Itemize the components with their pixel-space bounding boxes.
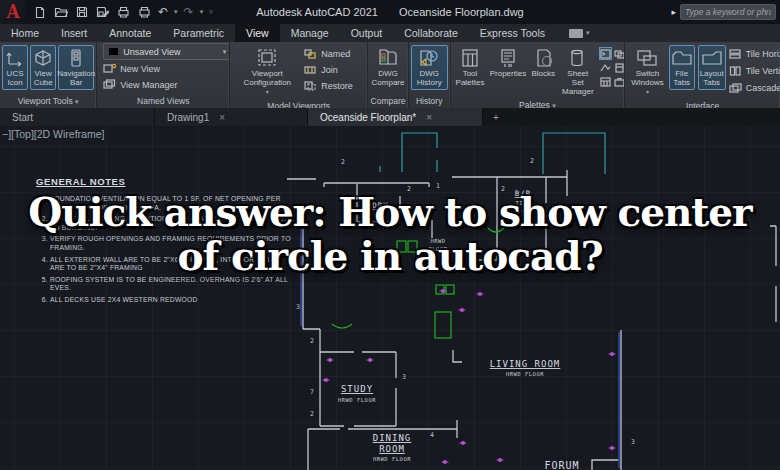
join-viewports-button[interactable]: Join	[304, 62, 353, 77]
floorplan-drawing: B/R TILE FLOOR LNDRY HRWD FLOOR STUDY HR…	[280, 126, 780, 470]
restore-viewports-icon	[304, 81, 317, 91]
autocad-app-menu-button[interactable]: A	[0, 0, 26, 24]
tab-collaborate[interactable]: Collaborate	[393, 24, 469, 42]
drawing-canvas[interactable]: −][Top][2D Wireframe] GENERAL NOTES FOUN…	[0, 126, 780, 470]
navigation-bar-button[interactable]: Navigation Bar	[58, 45, 94, 90]
sheet-set-manager-button[interactable]: Sheet Set Manager	[560, 45, 596, 99]
navigation-bar-icon	[65, 48, 87, 68]
file-tab-drawing1[interactable]: Drawing1×	[155, 108, 308, 126]
switch-windows-button[interactable]: Switch Windows▾	[629, 45, 665, 100]
panel-viewport-tools: UCS Icon View Cube Navigation Bar Viewpo…	[0, 42, 97, 108]
view-manager-button[interactable]: View Manager	[103, 77, 177, 92]
dwg-history-button[interactable]: DWG History	[411, 45, 448, 90]
room-floor-study: HRWD FLOOR	[338, 397, 376, 403]
dwg-compare-button[interactable]: DWG Compare	[370, 45, 407, 90]
plot-icon[interactable]	[116, 5, 131, 19]
blocks-palette-button[interactable]: Blocks	[529, 45, 557, 81]
file-tabs-icon	[671, 48, 693, 68]
tab-view[interactable]: View	[235, 24, 280, 42]
layout-tabs-icon	[701, 48, 723, 68]
note-item: ALL DECKS USE 2X4 WESTERN REDWOOD	[50, 296, 294, 305]
ucs-icon-button[interactable]: UCS Icon	[2, 45, 28, 90]
chevron-down-icon: ▾	[586, 29, 590, 37]
blocks-icon	[532, 48, 554, 68]
restore-viewports-button[interactable]: Restore	[304, 78, 353, 93]
help-search-input[interactable]	[680, 4, 776, 20]
countboard-palette-icon[interactable]	[599, 75, 612, 88]
qat-customize-icon[interactable]: ▿	[209, 8, 213, 16]
tab-manage[interactable]: Manage	[280, 24, 340, 42]
open-folder-icon[interactable]	[53, 5, 68, 19]
new-drawing-tab-button[interactable]: +	[483, 108, 509, 126]
viewport-controls-label[interactable]: −][Top][2D Wireframe]	[2, 128, 104, 140]
tab-express-tools[interactable]: Express Tools	[469, 24, 556, 42]
svg-text:7: 7	[310, 388, 314, 396]
properties-icon	[497, 48, 519, 68]
layer-palette-icon[interactable]	[613, 47, 626, 60]
overlay-line1: Quick answer: How to show center	[0, 190, 780, 234]
ribbon: UCS Icon View Cube Navigation Bar Viewpo…	[0, 42, 780, 108]
tab-parametric[interactable]: Parametric	[162, 24, 235, 42]
view-cube-button[interactable]: View Cube	[30, 45, 56, 90]
layout-tabs-toggle[interactable]: Layout Tabs	[698, 45, 726, 90]
tab-insert[interactable]: Insert	[50, 24, 98, 42]
undo-dropdown-icon[interactable]: ▾	[174, 8, 178, 16]
named-viewports-button[interactable]: Named	[304, 46, 353, 61]
markup-palette-icon[interactable]	[599, 61, 612, 74]
tile-vertically-icon	[729, 66, 742, 76]
workspace-switcher-button[interactable]: ▾	[564, 24, 595, 42]
file-tab-bar: Start Drawing1× Oceanside Floorplan*× +	[0, 108, 780, 126]
close-icon[interactable]: ×	[426, 112, 432, 123]
view-icon	[108, 47, 119, 56]
room-floor-living: HRWD FLOOR	[506, 371, 544, 377]
room-label-study: STUDY	[341, 384, 373, 394]
cube-icon	[32, 48, 54, 68]
app-title: Autodesk AutoCAD 2021	[256, 6, 378, 18]
redo-dropdown-icon[interactable]: ▾	[200, 8, 204, 16]
tab-home[interactable]: Home	[0, 24, 50, 42]
dwg-compare-icon	[377, 48, 399, 68]
room-label-dining2: ROOM	[379, 444, 405, 454]
panel-palettes: Tool Palettes Properties Blocks Sheet Se…	[451, 42, 626, 108]
general-notes-title: GENERAL NOTES	[36, 176, 294, 187]
panel-named-views: Unsaved View▾ New View View Manager Name…	[97, 42, 230, 108]
command-line-palette-icon[interactable]	[599, 47, 612, 60]
close-icon[interactable]: ×	[219, 112, 225, 123]
tab-annotate[interactable]: Annotate	[98, 24, 162, 42]
toolbox-palette-icon[interactable]	[613, 75, 626, 88]
svg-text:2: 2	[341, 158, 345, 166]
file-tab-start[interactable]: Start	[0, 108, 155, 126]
file-tab-oceanside-floorplan[interactable]: Oceanside Floorplan*×	[308, 108, 483, 126]
view-dropdown[interactable]: Unsaved View▾	[103, 43, 230, 60]
overlay-caption: Quick answer: How to show center of circ…	[0, 190, 780, 278]
svg-text:2: 2	[310, 337, 314, 345]
join-viewports-icon	[304, 65, 317, 75]
autocad-window: A ↶ ▾ ↷ ▾ ▿ Autodesk AutoCAD 2021 Oceans…	[0, 0, 780, 470]
undo-button[interactable]: ↶	[158, 6, 168, 18]
quickcalc-palette-icon[interactable]	[613, 61, 626, 74]
new-file-icon[interactable]	[32, 5, 47, 19]
save-as-icon[interactable]	[95, 5, 110, 19]
room-floor-dining: HRWD FLOOR	[373, 456, 411, 462]
viewport-configuration-button[interactable]: Viewport Configuration▾	[236, 45, 298, 100]
save-icon[interactable]	[74, 5, 89, 19]
tile-horizontally-button[interactable]: Tile Horizontally	[729, 46, 780, 61]
panel-compare: DWG Compare Compare	[368, 42, 409, 108]
file-tabs-toggle[interactable]: File Tabs	[669, 45, 695, 90]
cascade-button[interactable]: Cascade	[729, 80, 780, 95]
search-expand-icon[interactable]: ▸	[671, 7, 676, 17]
new-view-button[interactable]: New View	[103, 61, 160, 76]
properties-palette-button[interactable]: Properties	[489, 45, 526, 81]
cascade-icon	[729, 83, 742, 93]
tab-output[interactable]: Output	[340, 24, 394, 42]
tool-palettes-button[interactable]: Tool Palettes	[454, 45, 487, 90]
dwg-history-icon	[418, 48, 440, 68]
overlay-line2: of circle in autocad?	[0, 234, 780, 278]
svg-text:3: 3	[296, 303, 300, 311]
tile-vertically-button[interactable]: Tile Vertically	[729, 63, 780, 78]
tile-horizontally-icon	[729, 49, 742, 59]
autocad-logo-icon: A	[6, 2, 19, 23]
redo-button[interactable]: ↷	[184, 6, 194, 18]
viewport-configuration-icon	[256, 48, 278, 68]
print-icon[interactable]	[137, 5, 152, 19]
